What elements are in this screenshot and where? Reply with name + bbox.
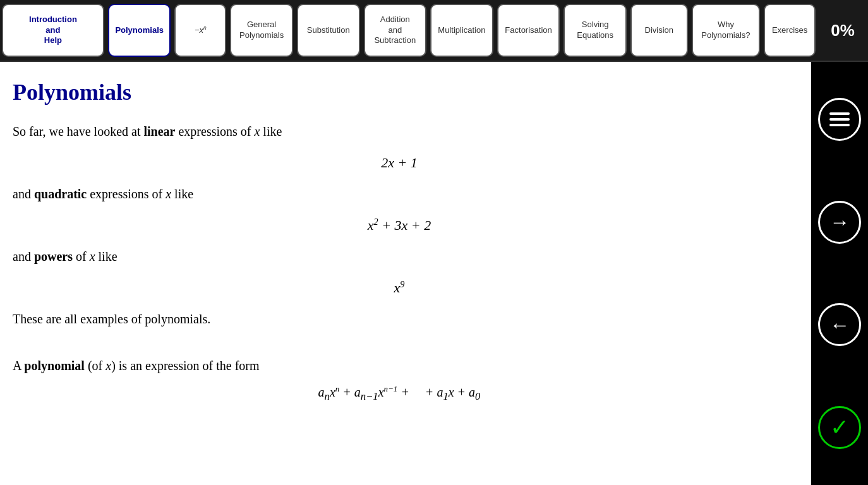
tab-polynomials[interactable]: Polynomials	[108, 4, 171, 57]
check-button[interactable]	[818, 406, 861, 449]
content-area: Polynomials So far, we have looked at li…	[0, 62, 868, 485]
bold-polynomial: polynomial	[24, 359, 85, 373]
tab-addition-subtraction[interactable]: AdditionandSubtraction	[364, 4, 427, 57]
tab-substitution[interactable]: Substitution	[297, 4, 360, 57]
tab-mult-label: Multiplication	[438, 25, 485, 36]
math-expr-1: 2x + 1	[13, 152, 786, 174]
bold-linear: linear	[143, 124, 175, 138]
tab-neg-xn[interactable]: −xn	[174, 4, 226, 57]
tab-intro[interactable]: IntroductionandHelp	[2, 4, 104, 57]
tab-why-label: WhyPolynomials?	[701, 20, 750, 41]
paragraph-4: These are all examples of polynomials.	[13, 309, 786, 329]
math-expr-3: x9	[13, 277, 786, 299]
progress-indicator: 0%	[817, 0, 868, 61]
paragraph-5: A polynomial (of x) is an expression of …	[13, 356, 786, 376]
main-content: Polynomials So far, we have looked at li…	[0, 62, 811, 485]
tab-general-polynomials[interactable]: GeneralPolynomials	[230, 4, 293, 57]
tab-exercises[interactable]: Exercises	[764, 4, 816, 57]
tab-factorisation[interactable]: Factorisation	[497, 4, 560, 57]
tab-div-label: Division	[645, 25, 674, 36]
next-button[interactable]	[818, 201, 861, 244]
tab-genpoly-label: GeneralPolynomials	[239, 20, 284, 41]
tab-sub-label: Substitution	[307, 25, 350, 36]
check-icon	[830, 414, 849, 441]
tab-solving-equations[interactable]: SolvingEquations	[564, 4, 627, 57]
tab-addsub-label: AdditionandSubtraction	[374, 15, 416, 47]
back-button[interactable]	[818, 303, 861, 346]
menu-icon	[829, 112, 850, 126]
paragraph-1: So far, we have looked at linear express…	[13, 121, 786, 141]
sidebar	[811, 62, 868, 485]
bold-quadratic: quadratic	[34, 187, 87, 201]
tab-solve-label: SolvingEquations	[577, 20, 613, 41]
menu-button[interactable]	[818, 98, 861, 141]
tab-fact-label: Factorisation	[505, 25, 552, 36]
paragraph-3: and powers of x like	[13, 246, 786, 266]
tab-why-polynomials[interactable]: WhyPolynomials?	[692, 4, 761, 57]
next-arrow-icon	[829, 210, 850, 234]
bold-powers: powers	[34, 249, 73, 263]
tab-division[interactable]: Division	[630, 4, 688, 57]
math-expr-2: x2 + 3x + 2	[13, 214, 786, 236]
navigation-bar: IntroductionandHelp Polynomials −xn Gene…	[0, 0, 868, 62]
page-title: Polynomials	[13, 75, 786, 111]
paragraph-2: and quadratic expressions of x like	[13, 184, 786, 204]
tab-ex-label: Exercises	[772, 25, 807, 36]
tab-neg-xn-label: −xn	[195, 25, 207, 36]
math-expr-4: anxn + an−1xn−1 + + a1x + a0	[13, 382, 786, 405]
back-arrow-icon	[829, 313, 850, 337]
tab-polynomials-label: Polynomials	[115, 25, 164, 36]
tab-multiplication[interactable]: Multiplication	[430, 4, 493, 57]
